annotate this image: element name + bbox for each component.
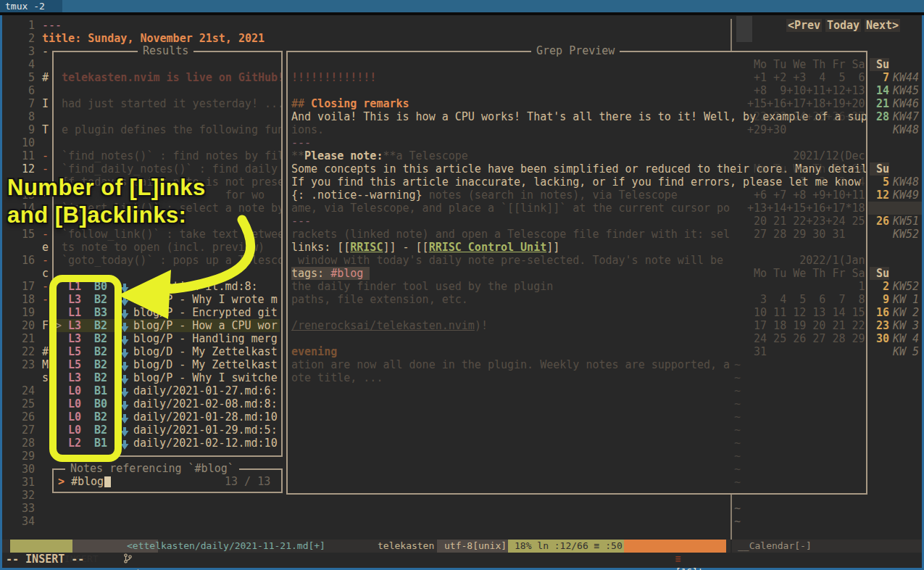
result-item[interactable]: blog/D - My Zettelkast [133,345,278,358]
gutter-line-number: 1 [3,19,35,32]
preview-line: the daily finder tool used by the plugin [291,280,553,293]
preview-line: ation are now all done in the plugin. We… [291,358,730,371]
gutter-line-number: 7 [3,97,35,110]
preview-segment: !!!!!!!!!!!!! [291,71,376,84]
result-item[interactable]: daily/2021-01-29.md:5: [133,424,278,437]
calendar-sunday-header: Su [870,162,889,175]
preview-segment: ions. [291,123,324,136]
gutter-line-number: 19 [3,306,35,319]
preview-line: --- [291,136,311,149]
buffer-text-fragment: T [42,123,49,136]
calendar-buffer-name: __Calendar[-] [738,540,812,553]
backlinks-count: B2 [94,345,107,358]
ghost-line: telekasten.nvim is live on GitHub! [62,71,283,84]
result-item[interactable]: blog/P - Why I wrote m [133,293,278,306]
backlinks-count: B2 [94,319,107,332]
tabs-label: [16]tra… [675,566,721,570]
preview-line: ions. [291,123,324,136]
result-item[interactable]: blog/P - Handling merg [133,332,278,345]
preview-line: Some concepts in this article have been … [291,162,867,175]
result-item[interactable]: blog/P - How a CPU wor [133,319,278,332]
preview-line: If you find this article inaccurate, lac… [291,175,861,189]
links-count: L3 [68,293,81,306]
preview-segment: Some concepts in this article have been … [291,162,867,175]
tabs-icon: ≡ [675,553,681,564]
search-input[interactable]: #blog [71,475,104,488]
preview-segment: ame, via Telescope, and place a `[[link]… [291,202,730,215]
result-item[interactable]: mention it.md:8: [133,280,258,293]
gutter-line-number: 6 [3,84,35,97]
calendar-prev-button[interactable]: <Prev [786,19,822,32]
links-count: L0 [68,384,81,397]
git-branch-icon [124,553,132,567]
ghost-line: ts note to open (incl. preview) [62,241,265,254]
gutter-line-number: 34 [3,515,35,528]
ghost-line: `follow_link()` : take text between [62,228,283,241]
result-item[interactable]: daily/2021-01-28.md:10 [133,410,278,424]
backlinks-count: B0 [94,397,107,410]
window-separator[interactable] [731,19,732,51]
ghost-line: `find_daily_notes()` : find daily [62,162,278,175]
preview-segment: --- [291,136,311,149]
gutter-line-number: 24 [3,384,35,397]
prompt-title: Notes referencing `#blog` [65,462,239,475]
result-item[interactable]: blog/P - Encrypted git [133,306,278,319]
preview-segment: the daily finder tool used by the plugin [291,280,553,293]
preview-segment: ** [383,149,396,162]
result-item[interactable]: daily/2021-01-27.md:6: [133,384,278,397]
backlinks-count: B2 [94,293,107,306]
gutter-line-number: 16 [3,254,35,267]
calendar-cursorline [868,202,922,215]
preview-segment: evening [291,345,337,358]
calendar-next-button[interactable]: Next> [865,19,900,32]
match-counter: 13 / 13 [225,475,270,488]
links-count: L3 [68,371,81,384]
calendar-week-label: KW51 [886,215,919,228]
preview-line: ## Closing remarks [291,97,409,110]
links-count: L3 [68,332,81,345]
preview-line: {: .notice--warning} notes (search in no… [291,189,678,202]
result-item[interactable]: daily/2021-02-08.md:8: [133,397,278,410]
gutter-line-number: 28 [3,437,35,450]
tilde: ~ [734,502,741,515]
preview-line: tags: #blog [291,267,370,280]
text-cursor [104,476,111,487]
preview-line: --- [291,215,311,228]
preview-segment: #blog [330,267,370,280]
preview-segment: ]] [546,241,559,254]
statusline: INSERT main! <ettelkasten/daily/2021-11-… [2,540,731,553]
gutter-line-number: 33 [3,502,35,515]
buffer-text-fragment: s [42,371,49,384]
buffer-text-fragment: - [42,189,49,202]
window-separator[interactable] [731,495,732,540]
preview-segment: And voila! This is how a CPU works! That… [291,110,867,123]
preview-line: window with today's daily note pre-selec… [291,254,723,267]
preview-line: And voila! This is how a CPU works! That… [291,110,867,123]
gutter-line-number: 25 [3,397,35,410]
calendar-week-label: KW 5 [886,345,919,358]
preview-line: /renerocksai/telekasten.nvim)! [291,319,488,332]
tilde: ~ [734,515,741,528]
links-count: L0 [68,397,81,410]
calendar-week-label: KW45 [886,84,919,97]
result-item[interactable]: blog/P - Why I switche [133,371,278,384]
calendar-week-label: KW44 [886,71,919,84]
calendar-today-button[interactable]: Today [825,19,861,32]
tabs-segment[interactable]: ≡ [16]tra… [624,540,726,553]
progress-segment: 18% ln :12/66 ≡ :50 [508,540,629,553]
result-item[interactable]: blog/D - My Zettelkast [133,358,278,371]
preview-segment: Please note: [304,149,383,162]
links-count: L1 [68,306,81,319]
calendar-week-label: KW46 [886,97,919,110]
result-item[interactable]: daily/2021-02-12.md:10 [133,437,278,450]
preview-segment: RRISC [350,241,383,254]
backlinks-count: B2 [94,424,107,437]
backlinks-count: B1 [94,384,107,397]
backlinks-count: B2 [94,410,107,424]
gutter-line-number: 17 [3,280,35,293]
calendar-week-label: KW 4 [886,332,919,345]
gutter-line-number: 3 [3,45,35,58]
gutter-line-number: 20 [3,319,35,332]
buffer-text-fragment: - [42,149,49,162]
ghost-line: e plugin defines the following fun [62,123,283,136]
